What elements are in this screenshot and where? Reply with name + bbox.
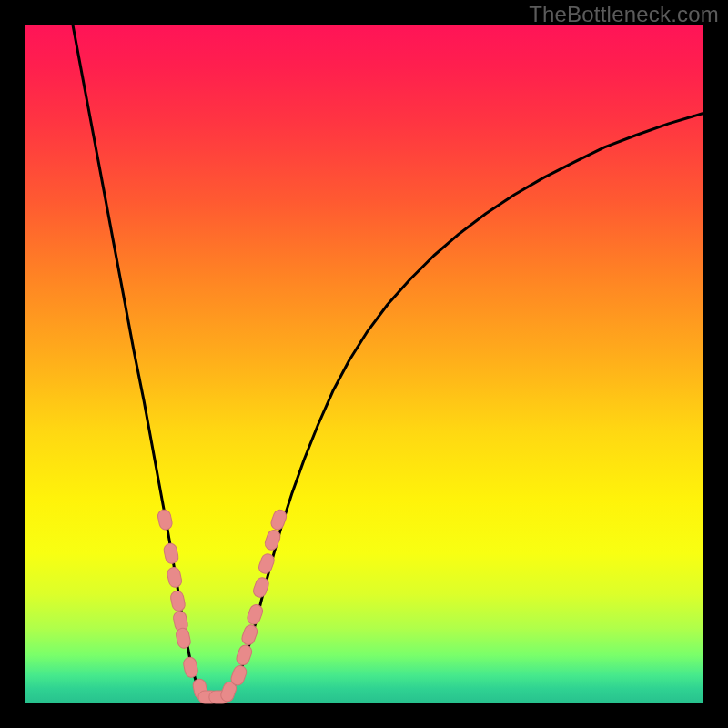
data-marker: [157, 509, 173, 531]
data-marker: [240, 623, 259, 646]
bottleneck-curve: [73, 25, 703, 700]
chart-svg: [25, 25, 703, 703]
data-marker: [169, 590, 186, 612]
data-marker: [182, 656, 198, 678]
data-marker: [175, 627, 191, 649]
data-marker: [235, 643, 254, 666]
data-marker: [167, 566, 183, 588]
outer-frame: TheBottleneck.com: [0, 0, 728, 728]
data-marker: [163, 542, 179, 564]
data-marker: [246, 603, 265, 626]
plot-area: [25, 25, 703, 703]
marker-group: [157, 508, 288, 703]
watermark-text: TheBottleneck.com: [529, 2, 719, 27]
